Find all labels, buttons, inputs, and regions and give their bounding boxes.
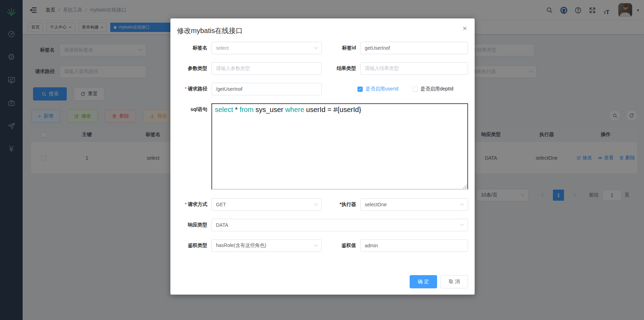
field-auth-value-input[interactable]: admin [360,239,468,252]
dialog-header: 修改mybatis在线接口 × [170,18,475,42]
field-param-type-label: 参数类型 [170,65,211,72]
chevron-down-icon [460,202,464,206]
field-response-type-select[interactable]: DATA [211,219,468,231]
required-marker: * [185,201,187,207]
field-sql-label: sql语句 [170,103,211,113]
field-path-label: *请求路径 [170,86,211,92]
chevron-down-icon [314,243,317,247]
field-response-type-label: 响应类型 [170,222,211,228]
dialog-close-icon[interactable]: × [462,24,467,33]
field-result-type-input[interactable]: 请输入结果类型 [360,62,468,75]
cancel-button[interactable]: 取 消 [441,275,468,288]
confirm-button[interactable]: 确 定 [410,275,437,288]
checkbox-unchecked-icon [412,87,418,92]
field-path-input[interactable]: /getUserInof [211,83,322,95]
chevron-down-icon [314,202,317,206]
textarea-resize-handle[interactable] [463,184,467,189]
field-auth-type-label: 鉴权类型 [170,242,211,249]
field-method-label: *请求方式 [170,201,211,208]
field-executor-label: *执行器 [322,201,360,208]
field-tag-id-input[interactable]: getUserInof [360,42,468,54]
field-method-select[interactable]: GET [211,198,322,211]
field-auth-value-label: 鉴权值 [322,242,360,249]
field-result-type-label: 结果类型 [322,65,360,72]
chevron-down-icon [460,222,464,226]
field-param-type-input[interactable]: 请输入参数类型 [211,62,322,75]
field-auth-type-select[interactable]: hasRole(含有这些角色) [211,239,322,252]
dialog-footer: 确 定 取 消 [170,260,475,288]
field-tag-name-label: 标签名 [170,45,211,51]
dialog-title: 修改mybatis在线接口 [177,27,243,34]
field-tag-id-label: 标签id [322,45,360,51]
sql-code-line: select * from sys_user where userId = #{… [215,106,465,114]
field-tag-name-select[interactable]: select [211,42,322,54]
field-executor-select[interactable]: selectOne [360,198,468,211]
checkbox-group: ✓ 是否启用userId 是否启用deptId [357,86,453,92]
required-marker: * [185,86,187,91]
enable-deptid-checkbox[interactable]: 是否启用deptId [412,86,453,92]
edit-mybatis-api-dialog: 修改mybatis在线接口 × 标签名 select 标签id getUserI… [170,18,475,295]
sql-editor[interactable]: select * from sys_user where userId = #{… [211,103,468,190]
checkbox-checked-icon: ✓ [357,87,363,92]
chevron-down-icon [314,45,317,49]
enable-userid-checkbox[interactable]: ✓ 是否启用userId [357,86,399,92]
